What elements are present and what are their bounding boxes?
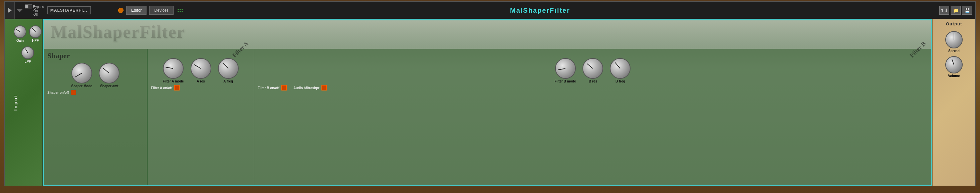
- shaper-mode-knob-container: Shaper Mode: [72, 63, 92, 88]
- spread-knob-container: Spread: [945, 31, 963, 53]
- lpf-knob[interactable]: [21, 46, 34, 59]
- filter-a-section: Filter A Filter A mode A res A freq: [148, 49, 255, 185]
- b-freq-knob-container: B freq: [610, 58, 630, 83]
- editor-tab[interactable]: Editor: [126, 6, 146, 15]
- bypass-checkbox[interactable]: [25, 4, 32, 9]
- input-knobs-group: Gain HPF LPF: [5, 23, 42, 64]
- a-freq-label: A freq: [223, 80, 233, 83]
- save-button[interactable]: 💾: [962, 6, 972, 15]
- shaper-mode-label: Shaper Mode: [72, 84, 92, 88]
- off-label: Off: [33, 13, 38, 16]
- shaper-section: Shaper Shaper Mode Shaper amt Shaper on/…: [44, 49, 148, 185]
- filter-b-on-off-button[interactable]: [282, 85, 287, 91]
- filter-b-on-off-row: Filter B on/off: [258, 85, 287, 91]
- a-freq-knob-container: A freq: [218, 58, 239, 83]
- audio-route-button[interactable]: [321, 85, 327, 91]
- lpf-knob-container: LPF: [21, 46, 34, 64]
- filter-a-mode-label: Filter A mode: [162, 80, 184, 83]
- shaper-on-off-row: Shaper on/off: [48, 90, 143, 95]
- a-res-label: A res: [197, 80, 205, 83]
- filter-b-mode-knob-container: Filter B mode: [555, 58, 576, 83]
- main-content: Input Gain HPF LPF: [5, 19, 975, 186]
- hpf-label: HPF: [32, 39, 39, 42]
- filter-b-knobs-row: Filter B mode B res B freq: [258, 58, 928, 83]
- hpf-knob-container: HPF: [29, 26, 42, 42]
- chevron-down-icon[interactable]: [17, 7, 23, 13]
- gain-label: Gain: [16, 39, 24, 42]
- sections-row: Shaper Shaper Mode Shaper amt Shaper on/…: [44, 49, 931, 185]
- a-freq-knob[interactable]: [218, 58, 239, 79]
- input-label: Input: [13, 94, 18, 110]
- nav-arrow-button[interactable]: [5, 2, 15, 19]
- b-res-knob[interactable]: [582, 58, 603, 79]
- filter-a-knobs-row: Filter A mode A res A freq: [151, 58, 250, 83]
- shaper-amt-label: Shaper amt: [100, 84, 118, 88]
- plugin-title: MalShaperFilter: [205, 2, 875, 19]
- volume-label: Volume: [948, 74, 959, 78]
- device-frame: Bypass On Off MALSHAPERFI... Editor Devi…: [4, 2, 976, 186]
- filter-b-mode-knob[interactable]: [555, 58, 576, 79]
- on-label: On: [33, 9, 38, 13]
- top-bar: Bypass On Off MALSHAPERFI... Editor Devi…: [5, 2, 975, 19]
- output-label: Output: [946, 21, 962, 26]
- grid-icon: [178, 9, 183, 12]
- filter-a-mode-knob[interactable]: [163, 58, 184, 79]
- output-section: Output Spread Volume: [932, 19, 975, 186]
- plugin-banner-text: MalShaperFilter: [51, 22, 185, 42]
- filter-a-on-off-button[interactable]: [174, 85, 180, 91]
- shaper-on-off-button[interactable]: [71, 90, 76, 95]
- banner-area: MalShaperFilter Shaper Shaper Mode: [43, 19, 932, 186]
- shaper-on-off-label: Shaper on/off: [48, 91, 69, 94]
- filter-b-section: Filter B Filter B mode B res B freq: [255, 49, 931, 185]
- audio-route-row: Audio bfltr>shpr: [293, 85, 327, 91]
- shaper-title: Shaper: [48, 51, 143, 60]
- filter-b-title: Filter B: [908, 40, 927, 59]
- filter-b-on-off-label: Filter B on/off: [258, 86, 279, 90]
- audio-route-label: Audio bfltr>shpr: [293, 86, 320, 90]
- arrow-right-icon: [8, 8, 12, 13]
- devices-tab[interactable]: Devices: [149, 6, 173, 15]
- filter-a-on-off-label: Filter A on/off: [151, 86, 172, 90]
- shaper-amt-knob-container: Shaper amt: [99, 63, 119, 88]
- spread-label: Spread: [948, 49, 959, 53]
- bypass-toggle[interactable]: Bypass On Off: [25, 4, 44, 16]
- power-indicator[interactable]: [118, 8, 124, 13]
- shaper-knobs-row: Shaper Mode Shaper amt: [48, 63, 143, 88]
- b-freq-knob[interactable]: [610, 58, 630, 79]
- b-freq-label: B freq: [616, 80, 625, 83]
- shaper-mode-knob[interactable]: [72, 63, 92, 83]
- filter-a-title: Filter A: [231, 40, 250, 59]
- gain-knob[interactable]: [14, 26, 26, 38]
- filter-b-bottom-row: Filter B on/off Audio bfltr>shpr: [258, 83, 928, 91]
- filter-b-mode-label: Filter B mode: [555, 80, 576, 83]
- b-res-knob-container: B res: [582, 58, 603, 83]
- folder-button[interactable]: 📁: [951, 6, 961, 15]
- filter-a-mode-knob-container: Filter A mode: [162, 58, 184, 83]
- up-down-button[interactable]: ⬆⬇: [939, 6, 949, 15]
- lpf-label: LPF: [25, 60, 31, 64]
- gain-knob-container: Gain: [14, 26, 26, 42]
- volume-knob-container: Volume: [945, 56, 963, 78]
- a-res-knob-container: A res: [191, 58, 211, 83]
- output-knobs-group: Spread Volume: [945, 26, 963, 78]
- b-res-label: B res: [589, 80, 597, 83]
- volume-knob[interactable]: [945, 56, 963, 73]
- device-name-display: MALSHAPERFI...: [48, 6, 91, 14]
- bypass-label: Bypass: [33, 5, 44, 9]
- input-section: Input Gain HPF LPF: [5, 19, 43, 186]
- a-res-knob[interactable]: [191, 58, 211, 79]
- hpf-knob[interactable]: [29, 26, 42, 38]
- shaper-amt-knob[interactable]: [99, 63, 119, 83]
- spread-knob[interactable]: [945, 31, 963, 48]
- filter-a-on-off-row: Filter A on/off: [151, 85, 250, 91]
